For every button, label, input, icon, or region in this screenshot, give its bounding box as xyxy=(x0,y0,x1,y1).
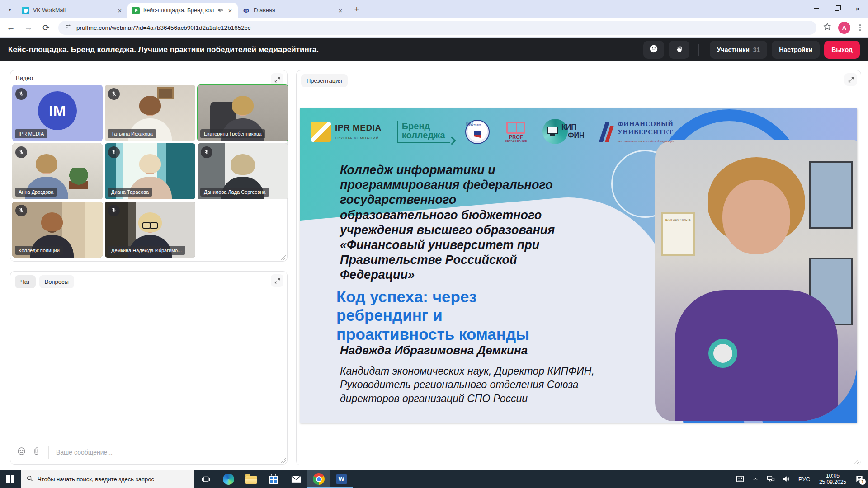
taskbar-edge[interactable] xyxy=(217,470,240,488)
url-text: pruffme.com/webinar/?id=4a7b36456acb90f1… xyxy=(76,24,250,31)
video-tile-drozdova[interactable]: Анна Дроздова xyxy=(12,143,103,199)
site-controls-icon[interactable] xyxy=(65,23,72,32)
tab-glavnaya[interactable]: Ф Главная × xyxy=(238,3,348,18)
task-view-button[interactable] xyxy=(194,470,217,488)
system-tray: РУС 10:05 25.09.2025 1 xyxy=(733,470,868,488)
participants-button[interactable]: Участники 31 xyxy=(710,41,768,59)
presentation-resize-handle[interactable] xyxy=(854,459,859,464)
video-expand-button[interactable] xyxy=(271,73,283,86)
video-tile-tarasova[interactable]: Диана Тарасова xyxy=(105,143,195,199)
emoji-icon[interactable] xyxy=(17,446,26,458)
participant-name: Данилова Лада Сергеевна xyxy=(200,188,269,197)
tab-close-icon[interactable]: × xyxy=(226,6,234,14)
ipr-media-mark-icon xyxy=(311,122,331,142)
mic-muted-icon xyxy=(15,146,27,158)
video-tile-demkina[interactable]: Демкина Надежда Ибрагимо... xyxy=(105,202,195,258)
slide-title: Код успеха: через ребрендинг и проактивн… xyxy=(336,287,562,343)
presentation-expand-button[interactable] xyxy=(844,73,857,86)
participant-name: Диана Тарасова xyxy=(108,188,152,197)
speaker-bio: Кандидат экономических наук, Директор КИ… xyxy=(340,364,595,405)
video-tile-danilova[interactable]: Данилова Лада Сергеевна xyxy=(198,143,288,199)
tab-search-chevron-icon[interactable]: ▾ xyxy=(4,3,16,16)
taskbar-mail[interactable] xyxy=(285,470,307,488)
bookmark-star-icon[interactable] xyxy=(823,22,832,33)
tray-chevron-icon[interactable] xyxy=(749,470,762,488)
forward-icon[interactable]: → xyxy=(22,21,35,34)
volume-icon[interactable] xyxy=(779,470,793,488)
news-widget-icon[interactable] xyxy=(733,470,747,488)
taskbar-chrome-active[interactable] xyxy=(307,470,330,488)
financial-university-logo: ФИНАНСОВЫЙ УНИВЕРСИТЕТ ПРИ ПРАВИТЕЛЬСТВЕ… xyxy=(601,120,674,144)
tab-questions[interactable]: Вопросы xyxy=(39,275,74,288)
taskbar-word[interactable] xyxy=(330,470,353,488)
mic-muted-icon xyxy=(108,146,120,158)
presentation-slide[interactable]: БЛАГОДАРНОСТЬ IPR MEDIA ГРУППА КОМПАНИЙ … xyxy=(300,108,857,423)
ipr-media-name: IPR MEDIA xyxy=(335,123,382,133)
profile-avatar[interactable]: A xyxy=(838,22,850,34)
certificate: БЛАГОДАРНОСТЬ xyxy=(661,212,695,256)
reactions-button[interactable] xyxy=(643,41,664,59)
action-center-button[interactable]: 1 xyxy=(852,470,867,488)
settings-button[interactable]: Настройки xyxy=(772,41,820,59)
chat-input-bar xyxy=(10,440,287,464)
taskbar-store[interactable] xyxy=(262,470,285,488)
windows-logo-icon xyxy=(6,475,14,483)
background-screen xyxy=(809,161,853,229)
browser-menu-icon[interactable] xyxy=(857,24,863,31)
video-grid: IM IPR MEDIA Татьяна Исхакова Екатерина … xyxy=(12,85,288,258)
prof-education-logo: PROF ОБРАЗОВАНИЕ xyxy=(505,122,527,142)
speaker-name: Надежда Ибрагимовна Демкина xyxy=(340,343,528,357)
tab-webinar-active[interactable]: Кейс-площадка. Бренд кол × xyxy=(127,3,238,18)
taskbar-search[interactable]: Чтобы начать поиск, введите здесь запрос xyxy=(21,470,194,488)
clock-time: 10:05 xyxy=(819,473,846,479)
notification-badge: 1 xyxy=(859,479,866,485)
search-placeholder: Чтобы начать поиск, введите здесь запрос xyxy=(38,476,154,483)
raise-hand-button[interactable] xyxy=(669,41,689,59)
back-icon[interactable]: ← xyxy=(4,21,18,34)
glasses xyxy=(142,222,158,227)
network-icon[interactable] xyxy=(764,470,778,488)
tab-close-icon[interactable]: × xyxy=(116,6,124,14)
participant-name: IPR MEDIA xyxy=(15,129,47,138)
exit-button[interactable]: Выход xyxy=(824,41,860,59)
attachment-icon[interactable] xyxy=(32,446,41,458)
video-tile-iskhakova[interactable]: Татьяна Исхакова xyxy=(105,85,195,141)
ipr-media-logo: IPR MEDIA ГРУППА КОМПАНИЙ xyxy=(311,122,382,142)
glavnaya-favicon: Ф xyxy=(242,7,250,14)
tab-close-icon[interactable]: × xyxy=(336,6,344,14)
taskbar-file-explorer[interactable] xyxy=(240,470,262,488)
video-tile-police-college[interactable]: Колледж полиции xyxy=(12,202,103,258)
finuniv-flame-icon xyxy=(601,122,613,142)
speaker-face xyxy=(722,180,790,254)
tab-audio-icon[interactable] xyxy=(217,7,223,14)
task-view-icon xyxy=(201,474,211,484)
start-button[interactable] xyxy=(0,470,21,488)
chat-message-input[interactable] xyxy=(56,449,281,456)
chrome-icon xyxy=(313,473,325,485)
address-bar[interactable]: pruffme.com/webinar/?id=4a7b36456acb90f1… xyxy=(58,21,816,35)
word-icon xyxy=(336,474,347,484)
presentation-panel-title: Презентация xyxy=(301,74,348,87)
chat-tabs: Чат Вопросы xyxy=(15,275,74,288)
language-indicator[interactable]: РУС xyxy=(795,476,814,483)
chat-expand-button[interactable] xyxy=(271,274,283,287)
speaker-shirt xyxy=(675,290,838,421)
presentation-panel: Презентация БЛАГОДАРНОСТЬ IPR MEDIA xyxy=(296,70,861,465)
tab-vk-workmail[interactable]: VK WorkMail × xyxy=(17,3,127,18)
restore-button[interactable] xyxy=(826,0,847,17)
tab-title: Главная xyxy=(254,7,334,14)
reload-icon[interactable]: ⟳ xyxy=(39,21,53,34)
taskbar-clock[interactable]: 10:05 25.09.2025 xyxy=(816,473,850,485)
close-button[interactable]: × xyxy=(847,0,868,17)
video-tile-grebennikova-speaking[interactable]: Екатерина Гребенникова xyxy=(198,85,288,141)
minimize-button[interactable] xyxy=(806,0,826,17)
webinar-header-actions: Участники 31 Настройки Выход xyxy=(639,41,860,59)
participant-name: Екатерина Гребенникова xyxy=(200,129,265,138)
kipfin-monitor-icon xyxy=(547,127,558,134)
brand-college-logo: Бренд колледжа xyxy=(397,121,450,144)
windows-taskbar: Чтобы начать поиск, введите здесь запрос… xyxy=(0,470,868,488)
video-tile-ipr-media[interactable]: IM IPR MEDIA xyxy=(12,85,103,141)
new-tab-button[interactable]: + xyxy=(351,4,363,15)
tab-chat[interactable]: Чат xyxy=(15,275,36,288)
mic-muted-icon xyxy=(15,205,27,216)
